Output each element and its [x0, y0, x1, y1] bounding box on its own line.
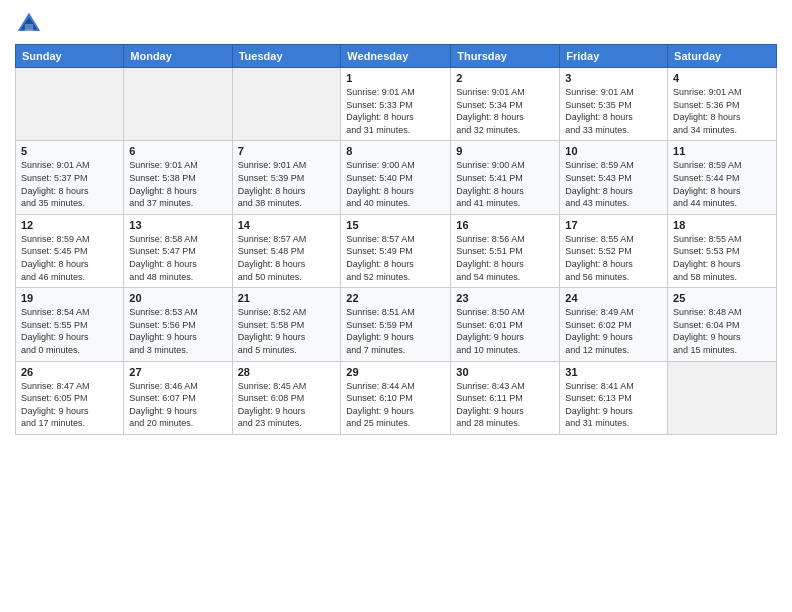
day-info: Sunrise: 8:52 AM Sunset: 5:58 PM Dayligh… [238, 306, 336, 356]
weekday-header-row: SundayMondayTuesdayWednesdayThursdayFrid… [16, 45, 777, 68]
day-cell: 2Sunrise: 9:01 AM Sunset: 5:34 PM Daylig… [451, 68, 560, 141]
day-cell: 29Sunrise: 8:44 AM Sunset: 6:10 PM Dayli… [341, 361, 451, 434]
main-container: SundayMondayTuesdayWednesdayThursdayFrid… [0, 0, 792, 445]
day-number: 27 [129, 366, 226, 378]
day-number: 3 [565, 72, 662, 84]
day-info: Sunrise: 8:44 AM Sunset: 6:10 PM Dayligh… [346, 380, 445, 430]
day-info: Sunrise: 8:59 AM Sunset: 5:45 PM Dayligh… [21, 233, 118, 283]
svg-rect-2 [25, 24, 33, 31]
day-cell: 22Sunrise: 8:51 AM Sunset: 5:59 PM Dayli… [341, 288, 451, 361]
day-info: Sunrise: 8:58 AM Sunset: 5:47 PM Dayligh… [129, 233, 226, 283]
day-cell: 3Sunrise: 9:01 AM Sunset: 5:35 PM Daylig… [560, 68, 668, 141]
day-number: 29 [346, 366, 445, 378]
week-row-3: 12Sunrise: 8:59 AM Sunset: 5:45 PM Dayli… [16, 214, 777, 287]
day-cell: 26Sunrise: 8:47 AM Sunset: 6:05 PM Dayli… [16, 361, 124, 434]
logo [15, 10, 47, 38]
day-cell: 13Sunrise: 8:58 AM Sunset: 5:47 PM Dayli… [124, 214, 232, 287]
day-number: 17 [565, 219, 662, 231]
day-info: Sunrise: 8:43 AM Sunset: 6:11 PM Dayligh… [456, 380, 554, 430]
day-number: 14 [238, 219, 336, 231]
day-cell: 23Sunrise: 8:50 AM Sunset: 6:01 PM Dayli… [451, 288, 560, 361]
day-number: 7 [238, 145, 336, 157]
day-info: Sunrise: 9:01 AM Sunset: 5:37 PM Dayligh… [21, 159, 118, 209]
day-cell [124, 68, 232, 141]
day-number: 13 [129, 219, 226, 231]
day-info: Sunrise: 8:48 AM Sunset: 6:04 PM Dayligh… [673, 306, 771, 356]
day-cell: 7Sunrise: 9:01 AM Sunset: 5:39 PM Daylig… [232, 141, 341, 214]
day-cell: 18Sunrise: 8:55 AM Sunset: 5:53 PM Dayli… [668, 214, 777, 287]
day-cell: 19Sunrise: 8:54 AM Sunset: 5:55 PM Dayli… [16, 288, 124, 361]
weekday-wednesday: Wednesday [341, 45, 451, 68]
day-cell: 9Sunrise: 9:00 AM Sunset: 5:41 PM Daylig… [451, 141, 560, 214]
day-number: 2 [456, 72, 554, 84]
day-number: 19 [21, 292, 118, 304]
day-info: Sunrise: 8:55 AM Sunset: 5:53 PM Dayligh… [673, 233, 771, 283]
day-cell: 10Sunrise: 8:59 AM Sunset: 5:43 PM Dayli… [560, 141, 668, 214]
day-number: 31 [565, 366, 662, 378]
day-cell: 14Sunrise: 8:57 AM Sunset: 5:48 PM Dayli… [232, 214, 341, 287]
day-number: 15 [346, 219, 445, 231]
day-info: Sunrise: 8:47 AM Sunset: 6:05 PM Dayligh… [21, 380, 118, 430]
day-info: Sunrise: 8:57 AM Sunset: 5:48 PM Dayligh… [238, 233, 336, 283]
day-number: 23 [456, 292, 554, 304]
day-number: 6 [129, 145, 226, 157]
weekday-monday: Monday [124, 45, 232, 68]
day-cell [668, 361, 777, 434]
day-cell: 12Sunrise: 8:59 AM Sunset: 5:45 PM Dayli… [16, 214, 124, 287]
weekday-saturday: Saturday [668, 45, 777, 68]
header [15, 10, 777, 38]
day-info: Sunrise: 8:49 AM Sunset: 6:02 PM Dayligh… [565, 306, 662, 356]
day-number: 24 [565, 292, 662, 304]
day-cell: 24Sunrise: 8:49 AM Sunset: 6:02 PM Dayli… [560, 288, 668, 361]
day-number: 25 [673, 292, 771, 304]
day-number: 20 [129, 292, 226, 304]
week-row-4: 19Sunrise: 8:54 AM Sunset: 5:55 PM Dayli… [16, 288, 777, 361]
day-number: 28 [238, 366, 336, 378]
day-cell: 27Sunrise: 8:46 AM Sunset: 6:07 PM Dayli… [124, 361, 232, 434]
logo-icon [15, 10, 43, 38]
day-number: 16 [456, 219, 554, 231]
day-info: Sunrise: 8:50 AM Sunset: 6:01 PM Dayligh… [456, 306, 554, 356]
day-cell: 17Sunrise: 8:55 AM Sunset: 5:52 PM Dayli… [560, 214, 668, 287]
day-number: 5 [21, 145, 118, 157]
day-number: 26 [21, 366, 118, 378]
day-cell: 5Sunrise: 9:01 AM Sunset: 5:37 PM Daylig… [16, 141, 124, 214]
day-cell: 11Sunrise: 8:59 AM Sunset: 5:44 PM Dayli… [668, 141, 777, 214]
day-info: Sunrise: 9:00 AM Sunset: 5:40 PM Dayligh… [346, 159, 445, 209]
calendar-table: SundayMondayTuesdayWednesdayThursdayFrid… [15, 44, 777, 435]
day-info: Sunrise: 9:01 AM Sunset: 5:39 PM Dayligh… [238, 159, 336, 209]
day-cell: 15Sunrise: 8:57 AM Sunset: 5:49 PM Dayli… [341, 214, 451, 287]
day-cell: 25Sunrise: 8:48 AM Sunset: 6:04 PM Dayli… [668, 288, 777, 361]
day-cell: 8Sunrise: 9:00 AM Sunset: 5:40 PM Daylig… [341, 141, 451, 214]
day-cell: 28Sunrise: 8:45 AM Sunset: 6:08 PM Dayli… [232, 361, 341, 434]
day-info: Sunrise: 8:41 AM Sunset: 6:13 PM Dayligh… [565, 380, 662, 430]
day-info: Sunrise: 9:01 AM Sunset: 5:36 PM Dayligh… [673, 86, 771, 136]
week-row-5: 26Sunrise: 8:47 AM Sunset: 6:05 PM Dayli… [16, 361, 777, 434]
day-cell [232, 68, 341, 141]
day-cell [16, 68, 124, 141]
day-cell: 1Sunrise: 9:01 AM Sunset: 5:33 PM Daylig… [341, 68, 451, 141]
day-number: 10 [565, 145, 662, 157]
day-cell: 4Sunrise: 9:01 AM Sunset: 5:36 PM Daylig… [668, 68, 777, 141]
day-info: Sunrise: 8:45 AM Sunset: 6:08 PM Dayligh… [238, 380, 336, 430]
day-number: 8 [346, 145, 445, 157]
day-info: Sunrise: 8:51 AM Sunset: 5:59 PM Dayligh… [346, 306, 445, 356]
day-info: Sunrise: 8:59 AM Sunset: 5:44 PM Dayligh… [673, 159, 771, 209]
day-info: Sunrise: 9:01 AM Sunset: 5:33 PM Dayligh… [346, 86, 445, 136]
day-info: Sunrise: 8:46 AM Sunset: 6:07 PM Dayligh… [129, 380, 226, 430]
day-number: 22 [346, 292, 445, 304]
day-cell: 31Sunrise: 8:41 AM Sunset: 6:13 PM Dayli… [560, 361, 668, 434]
day-info: Sunrise: 8:53 AM Sunset: 5:56 PM Dayligh… [129, 306, 226, 356]
weekday-sunday: Sunday [16, 45, 124, 68]
week-row-1: 1Sunrise: 9:01 AM Sunset: 5:33 PM Daylig… [16, 68, 777, 141]
week-row-2: 5Sunrise: 9:01 AM Sunset: 5:37 PM Daylig… [16, 141, 777, 214]
weekday-friday: Friday [560, 45, 668, 68]
day-info: Sunrise: 8:59 AM Sunset: 5:43 PM Dayligh… [565, 159, 662, 209]
day-cell: 21Sunrise: 8:52 AM Sunset: 5:58 PM Dayli… [232, 288, 341, 361]
day-info: Sunrise: 9:01 AM Sunset: 5:35 PM Dayligh… [565, 86, 662, 136]
day-info: Sunrise: 9:00 AM Sunset: 5:41 PM Dayligh… [456, 159, 554, 209]
day-cell: 6Sunrise: 9:01 AM Sunset: 5:38 PM Daylig… [124, 141, 232, 214]
day-number: 9 [456, 145, 554, 157]
day-cell: 16Sunrise: 8:56 AM Sunset: 5:51 PM Dayli… [451, 214, 560, 287]
day-number: 21 [238, 292, 336, 304]
